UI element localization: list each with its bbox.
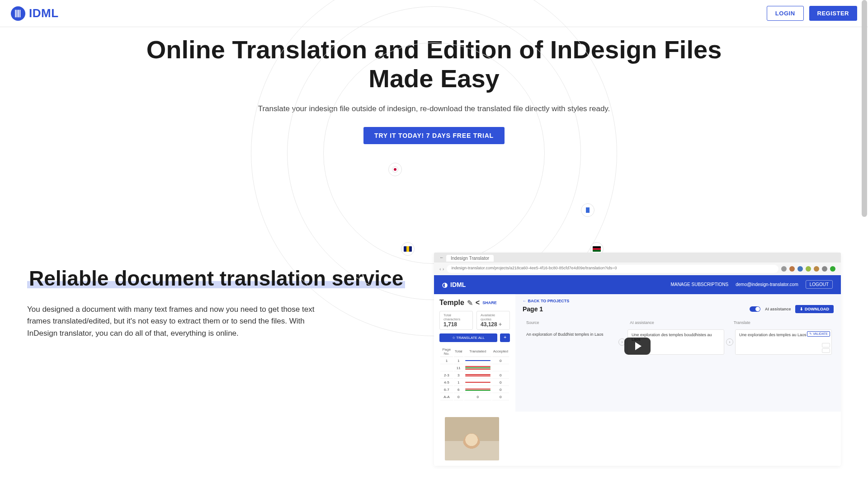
stat-total-chars: Total characters 1,718 xyxy=(439,311,473,330)
col-ai: AI assistance xyxy=(626,319,730,327)
add-button: + xyxy=(500,333,510,342)
arrow-icon: › xyxy=(726,338,733,346)
flag-icon-japan xyxy=(388,163,402,176)
app-logo: ◑ IDML xyxy=(442,281,466,288)
browser-back-icon: ‹ › xyxy=(439,266,444,272)
svg-rect-0 xyxy=(15,9,16,17)
browser-nav-icon: ← xyxy=(439,255,444,260)
hero-title: Online Translation and Edition of InDesi… xyxy=(118,35,750,94)
hero: Online Translation and Edition of InDesi… xyxy=(0,27,868,253)
section-title: Reliable document translation service xyxy=(27,267,405,290)
video-lower-area xyxy=(434,412,841,466)
validate-button: ✎ VALIDATE xyxy=(807,331,830,337)
browser-url-bar: ‹ › indesign-translator.com/projects/a21… xyxy=(434,263,841,275)
translate-cell: Une exploration des temples au Laos ✎ VA… xyxy=(735,329,832,355)
col-translate: Translate xyxy=(730,319,834,327)
stat-value: 1,718 xyxy=(443,321,469,328)
ai-toggle xyxy=(750,306,760,312)
app-logo-icon: ◑ xyxy=(442,281,448,288)
th-translated: Translated xyxy=(464,347,491,357)
stat-quotas: Available quotas 43,128 + xyxy=(476,311,510,330)
th-page: Page No. xyxy=(440,347,453,357)
table-row: 6-760 xyxy=(440,387,509,393)
source-cell: An exploration of Buddhist temples in La… xyxy=(523,329,618,355)
login-button[interactable]: LOGIN xyxy=(767,6,804,21)
table-row: 4-510 xyxy=(440,380,509,386)
app-header: ◑ IDML MANAGE SUBSCRIPTIONS demo@indesig… xyxy=(434,275,841,294)
brand-logo[interactable]: IDML xyxy=(11,6,59,21)
browser-tab: Indesign Translator xyxy=(446,255,494,262)
app-sidebar: Temple ✎ < SHARE Total characters 1,718 … xyxy=(434,294,515,412)
th-accepted: Accepted xyxy=(492,347,509,357)
page-heading-actions: AI assistance ⬇ DOWNLOAD xyxy=(750,305,834,313)
user-email: demo@indesign-translator.com xyxy=(736,282,798,287)
stat-value: 43,128 + xyxy=(481,321,506,328)
share-link: < xyxy=(476,299,480,307)
browser-ext-icons xyxy=(781,266,835,272)
svg-rect-2 xyxy=(18,9,19,17)
svg-rect-1 xyxy=(17,9,18,17)
th-total: Total xyxy=(454,347,463,357)
table-row: 2-330 xyxy=(440,372,509,379)
hero-subtitle: Translate your indesign file outside of … xyxy=(0,104,868,113)
translate-all-button: ☆ TRANSLATE ALL xyxy=(439,333,497,342)
share-label: SHARE xyxy=(482,300,497,305)
pages-table: Page No. Total Translated Accepted 110 1… xyxy=(439,346,510,401)
brand-name: IDML xyxy=(29,6,59,20)
header: IDML LOGIN REGISTER xyxy=(0,0,868,27)
page-heading: Page 1 xyxy=(523,305,543,313)
app-logo-text: IDML xyxy=(450,281,466,288)
sidebar-buttons: ☆ TRANSLATE ALL + xyxy=(439,333,510,342)
section-body: You designed a document with many text f… xyxy=(27,304,335,339)
try-free-trial-button[interactable]: TRY IT TODAY! 7 DAYS FREE TRIAL xyxy=(363,127,505,144)
brand-logo-icon xyxy=(11,6,25,21)
section-text: Reliable document translation service Yo… xyxy=(27,253,425,466)
demo-video: ← Indesign Translator ‹ › indesign-trans… xyxy=(434,253,841,466)
reliable-service-section: Reliable document translation service Yo… xyxy=(0,253,868,484)
project-title: Temple ✎ < SHARE xyxy=(439,299,510,307)
stat-label: Available quotas xyxy=(481,313,506,321)
column-headers: Source AI assistance Translate xyxy=(523,319,834,327)
stats-row: Total characters 1,718 Available quotas … xyxy=(439,311,510,330)
flag-icon xyxy=(581,203,594,217)
mini-actions xyxy=(822,343,830,353)
play-button[interactable] xyxy=(624,338,651,355)
svg-rect-3 xyxy=(19,9,20,17)
table-row: 11 xyxy=(440,365,509,371)
back-link: ← BACK TO PROJECTS xyxy=(523,299,834,303)
download-button: ⬇ DOWNLOAD xyxy=(795,305,834,313)
page-heading-row: Page 1 AI assistance ⬇ DOWNLOAD xyxy=(523,305,834,313)
register-button[interactable]: REGISTER xyxy=(809,6,857,21)
edit-icon: ✎ xyxy=(467,299,473,307)
app-screenshot-frame: ← Indesign Translator ‹ › indesign-trans… xyxy=(434,253,841,466)
stat-label: Total characters xyxy=(443,313,469,321)
table-row: A-A000 xyxy=(440,394,509,400)
col-source: Source xyxy=(523,319,626,327)
app-main: ← BACK TO PROJECTS Page 1 AI assistance … xyxy=(515,294,841,412)
presenter-thumbnail xyxy=(445,417,499,460)
project-name: Temple xyxy=(439,299,464,307)
app-header-right: MANAGE SUBSCRIPTIONS demo@indesign-trans… xyxy=(670,280,833,289)
manage-subscriptions-link: MANAGE SUBSCRIPTIONS xyxy=(670,282,728,287)
ai-toggle-label: AI assistance xyxy=(765,307,791,311)
header-actions: LOGIN REGISTER xyxy=(767,6,857,21)
translation-row: An exploration of Buddhist temples in La… xyxy=(523,329,834,355)
browser-tab-bar: ← Indesign Translator xyxy=(434,253,841,263)
logout-button: LOGOUT xyxy=(806,280,833,289)
browser-url: indesign-translator.com/projects/a218ca6… xyxy=(447,265,778,273)
table-row: 110 xyxy=(440,358,509,364)
